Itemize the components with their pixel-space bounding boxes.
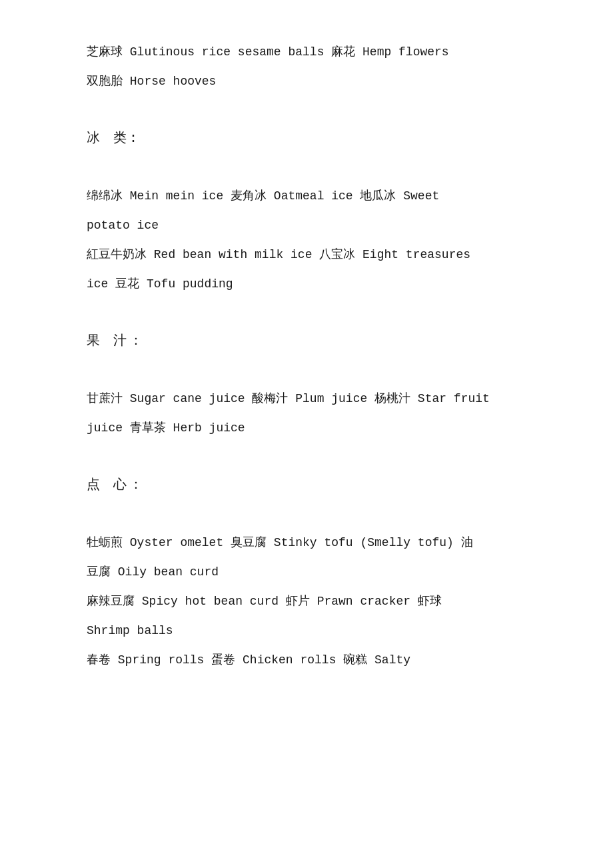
text-line12: 牡蛎煎 Oyster omelet 臭豆腐 Stinky tofu (Smell… [87,536,473,549]
text-line16: 春卷 Spring rolls 蛋卷 Chicken rolls 碗糕 Salt… [87,653,410,667]
line13: 豆腐 Oily bean curd [87,560,546,584]
gap6 [87,504,546,531]
line1: 芝麻球 Glutinous rice sesame balls 麻花 Hemp … [87,40,546,64]
gap3 [87,301,546,328]
text-line13: 豆腐 Oily bean curd [87,565,219,579]
text-line14: 麻辣豆腐 Spicy hot bean curd 虾片 Prawn cracke… [87,595,442,608]
line8: 果 汁： [87,328,546,355]
gap4 [87,360,546,387]
text-line11: 点 心： [87,477,145,493]
text-line4: 绵绵冰 Mein mein ice 麦角冰 Oatmeal ice 地瓜冰 Sw… [87,189,439,203]
line6: 紅豆牛奶冰 Red bean with milk ice 八宝冰 Eight t… [87,243,546,267]
line2: 双胞胎 Horse hooves [87,69,546,93]
text-line9: 甘蔗汁 Sugar cane juice 酸梅汁 Plum juice 杨桃汁 … [87,392,490,405]
line10: juice 青草茶 Herb juice [87,416,546,440]
line3: 冰 类: [87,125,546,152]
line7: ice 豆花 Tofu pudding [87,272,546,296]
text-line8: 果 汁： [87,333,145,349]
line16: 春卷 Spring rolls 蛋卷 Chicken rolls 碗糕 Salt… [87,648,546,672]
text-line5: potato ice [87,219,159,232]
text-line7: ice 豆花 Tofu pudding [87,277,233,291]
text-line6: 紅豆牛奶冰 Red bean with milk ice 八宝冰 Eight t… [87,248,470,261]
line14: 麻辣豆腐 Spicy hot bean curd 虾片 Prawn cracke… [87,589,546,613]
page-content: 芝麻球 Glutinous rice sesame balls 麻花 Hemp … [87,40,546,672]
line4: 绵绵冰 Mein mein ice 麦角冰 Oatmeal ice 地瓜冰 Sw… [87,184,546,208]
text-line10: juice 青草茶 Herb juice [87,421,245,435]
text-line2: 双胞胎 Horse hooves [87,75,216,88]
text-line1: 芝麻球 Glutinous rice sesame balls 麻花 Hemp … [87,45,449,59]
text-line15: Shrimp balls [87,624,173,637]
line11: 点 心： [87,472,546,499]
line9: 甘蔗汁 Sugar cane juice 酸梅汁 Plum juice 杨桃汁 … [87,387,546,411]
gap1 [87,99,546,125]
line15: Shrimp balls [87,619,546,643]
text-line3: 冰 类: [87,131,140,146]
line12: 牡蛎煎 Oyster omelet 臭豆腐 Stinky tofu (Smell… [87,531,546,555]
gap5 [87,445,546,472]
line5: potato ice [87,213,546,237]
gap2 [87,157,546,184]
